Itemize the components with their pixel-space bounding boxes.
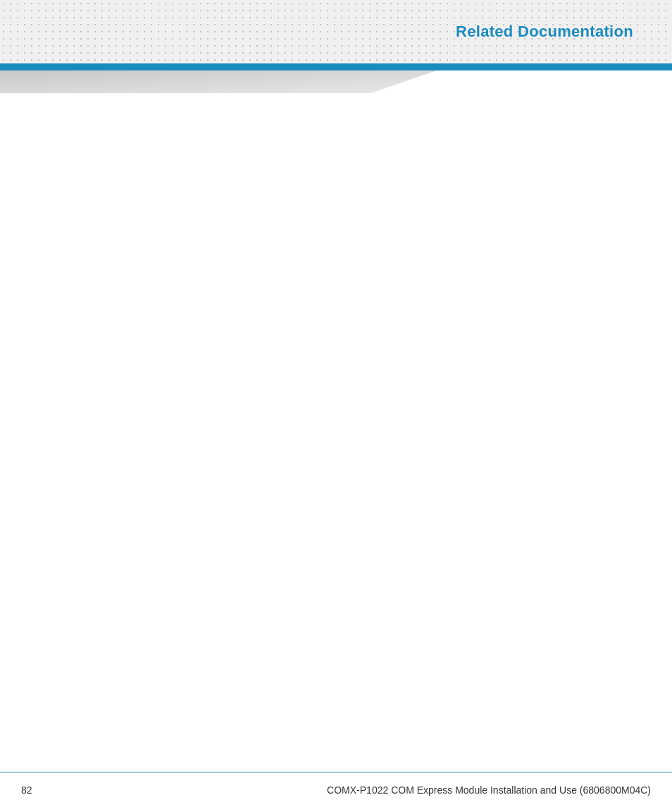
footer-document-title: COMX-P1022 COM Express Module Installati…	[327, 784, 651, 796]
main-content-area	[0, 93, 672, 772]
page-title: Related Documentation	[456, 23, 633, 41]
header-section: Related Documentation	[0, 0, 672, 63]
gray-sweep-decoration	[0, 70, 672, 93]
footer-page-number: 82	[21, 784, 32, 796]
page-footer: 82 COMX-P1022 COM Express Module Install…	[0, 772, 672, 807]
blue-accent-bar	[0, 63, 672, 70]
